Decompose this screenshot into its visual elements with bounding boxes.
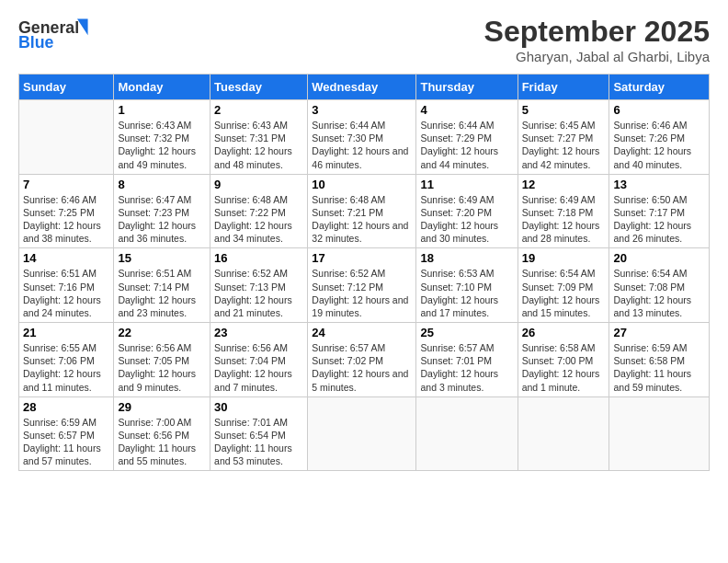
day-info: Sunrise: 6:59 AMSunset: 6:58 PMDaylight:…: [613, 341, 705, 394]
calendar-cell: 15Sunrise: 6:51 AMSunset: 7:14 PMDayligh…: [114, 248, 210, 323]
day-header-friday: Friday: [518, 75, 609, 100]
calendar-cell: [308, 396, 416, 471]
day-info: Sunrise: 6:54 AMSunset: 7:09 PMDaylight:…: [522, 267, 606, 319]
calendar-cell: 19Sunrise: 6:54 AMSunset: 7:09 PMDayligh…: [518, 248, 609, 323]
calendar-cell: 30Sunrise: 7:01 AMSunset: 6:54 PMDayligh…: [210, 396, 308, 471]
day-number: 26: [522, 326, 606, 339]
day-number: 18: [420, 251, 513, 265]
day-number: 22: [118, 326, 206, 339]
day-number: 17: [312, 251, 412, 265]
calendar-cell: 24Sunrise: 6:57 AMSunset: 7:02 PMDayligh…: [308, 323, 416, 397]
day-header-saturday: Saturday: [609, 75, 710, 100]
day-info: Sunrise: 6:44 AMSunset: 7:30 PMDaylight:…: [312, 119, 412, 171]
calendar-cell: 20Sunrise: 6:54 AMSunset: 7:08 PMDayligh…: [609, 248, 710, 323]
calendar-cell: 26Sunrise: 6:58 AMSunset: 7:00 PMDayligh…: [518, 323, 609, 397]
day-info: Sunrise: 6:57 AMSunset: 7:01 PMDaylight:…: [420, 341, 513, 394]
calendar-header-row: SundayMondayTuesdayWednesdayThursdayFrid…: [19, 75, 710, 100]
day-number: 21: [23, 326, 109, 339]
day-header-sunday: Sunday: [19, 75, 114, 100]
day-info: Sunrise: 6:56 AMSunset: 7:05 PMDaylight:…: [118, 341, 206, 394]
calendar-cell: 3Sunrise: 6:44 AMSunset: 7:30 PMDaylight…: [308, 100, 416, 175]
day-info: Sunrise: 6:46 AMSunset: 7:26 PMDaylight:…: [613, 119, 705, 171]
day-info: Sunrise: 6:48 AMSunset: 7:21 PMDaylight:…: [312, 193, 412, 246]
day-number: 2: [214, 103, 303, 117]
calendar-cell: [518, 396, 609, 471]
day-number: 15: [118, 251, 206, 265]
calendar-cell: 4Sunrise: 6:44 AMSunset: 7:29 PMDaylight…: [416, 100, 518, 175]
calendar-cell: 17Sunrise: 6:52 AMSunset: 7:12 PMDayligh…: [308, 248, 416, 323]
day-info: Sunrise: 6:49 AMSunset: 7:18 PMDaylight:…: [522, 193, 606, 246]
day-header-tuesday: Tuesday: [210, 75, 308, 100]
day-number: 1: [118, 103, 206, 117]
day-info: Sunrise: 6:52 AMSunset: 7:13 PMDaylight:…: [214, 267, 303, 319]
calendar-cell: 2Sunrise: 6:43 AMSunset: 7:31 PMDaylight…: [210, 100, 308, 175]
day-number: 7: [23, 178, 109, 191]
day-info: Sunrise: 6:47 AMSunset: 7:23 PMDaylight:…: [118, 193, 206, 246]
day-number: 30: [214, 400, 303, 414]
day-info: Sunrise: 7:00 AMSunset: 6:56 PMDaylight:…: [118, 416, 206, 468]
day-info: Sunrise: 6:54 AMSunset: 7:08 PMDaylight:…: [613, 267, 705, 319]
day-number: 6: [613, 103, 705, 117]
day-header-monday: Monday: [114, 75, 210, 100]
svg-text:Blue: Blue: [18, 33, 54, 52]
day-number: 20: [613, 251, 705, 265]
day-number: 5: [522, 103, 606, 117]
day-number: 11: [420, 178, 513, 191]
calendar-cell: 18Sunrise: 6:53 AMSunset: 7:10 PMDayligh…: [416, 248, 518, 323]
calendar-table: SundayMondayTuesdayWednesdayThursdayFrid…: [18, 74, 710, 471]
day-number: 29: [118, 400, 206, 414]
day-info: Sunrise: 6:44 AMSunset: 7:29 PMDaylight:…: [420, 119, 513, 171]
day-info: Sunrise: 6:50 AMSunset: 7:17 PMDaylight:…: [613, 193, 705, 246]
day-info: Sunrise: 6:43 AMSunset: 7:31 PMDaylight:…: [214, 119, 303, 171]
day-number: 10: [312, 178, 412, 191]
location-subtitle: Gharyan, Jabal al Gharbi, Libya: [484, 49, 710, 64]
day-number: 9: [214, 178, 303, 191]
day-header-wednesday: Wednesday: [308, 75, 416, 100]
calendar-week-5: 28Sunrise: 6:59 AMSunset: 6:57 PMDayligh…: [19, 396, 710, 471]
day-info: Sunrise: 6:57 AMSunset: 7:02 PMDaylight:…: [312, 341, 412, 394]
day-number: 3: [312, 103, 412, 117]
calendar-week-3: 14Sunrise: 6:51 AMSunset: 7:16 PMDayligh…: [19, 248, 710, 323]
calendar-cell: [416, 396, 518, 471]
day-info: Sunrise: 7:01 AMSunset: 6:54 PMDaylight:…: [214, 416, 303, 468]
calendar-cell: 21Sunrise: 6:55 AMSunset: 7:06 PMDayligh…: [19, 323, 114, 397]
day-number: 12: [522, 178, 606, 191]
calendar-cell: 25Sunrise: 6:57 AMSunset: 7:01 PMDayligh…: [416, 323, 518, 397]
day-info: Sunrise: 6:56 AMSunset: 7:04 PMDaylight:…: [214, 341, 303, 394]
day-number: 19: [522, 251, 606, 265]
calendar-week-1: 1Sunrise: 6:43 AMSunset: 7:32 PMDaylight…: [19, 100, 710, 175]
day-number: 25: [420, 326, 513, 339]
page-header: General Blue September 2025 Gharyan, Jab…: [18, 15, 710, 64]
calendar-cell: [19, 100, 114, 175]
day-number: 14: [23, 251, 109, 265]
calendar-cell: 10Sunrise: 6:48 AMSunset: 7:21 PMDayligh…: [308, 174, 416, 248]
day-info: Sunrise: 6:58 AMSunset: 7:00 PMDaylight:…: [522, 341, 606, 394]
calendar-cell: 9Sunrise: 6:48 AMSunset: 7:22 PMDaylight…: [210, 174, 308, 248]
day-info: Sunrise: 6:49 AMSunset: 7:20 PMDaylight:…: [420, 193, 513, 246]
day-info: Sunrise: 6:51 AMSunset: 7:16 PMDaylight:…: [23, 267, 109, 319]
day-info: Sunrise: 6:55 AMSunset: 7:06 PMDaylight:…: [23, 341, 109, 394]
day-number: 16: [214, 251, 303, 265]
day-number: 13: [613, 178, 705, 191]
day-number: 24: [312, 326, 412, 339]
day-number: 8: [118, 178, 206, 191]
calendar-cell: 29Sunrise: 7:00 AMSunset: 6:56 PMDayligh…: [114, 396, 210, 471]
day-info: Sunrise: 6:43 AMSunset: 7:32 PMDaylight:…: [118, 119, 206, 171]
calendar-cell: 27Sunrise: 6:59 AMSunset: 6:58 PMDayligh…: [609, 323, 710, 397]
day-header-thursday: Thursday: [416, 75, 518, 100]
calendar-cell: 1Sunrise: 6:43 AMSunset: 7:32 PMDaylight…: [114, 100, 210, 175]
calendar-cell: 16Sunrise: 6:52 AMSunset: 7:13 PMDayligh…: [210, 248, 308, 323]
month-title: September 2025: [484, 15, 710, 49]
title-block: September 2025 Gharyan, Jabal al Gharbi,…: [484, 15, 710, 64]
calendar-cell: 6Sunrise: 6:46 AMSunset: 7:26 PMDaylight…: [609, 100, 710, 175]
calendar-cell: 5Sunrise: 6:45 AMSunset: 7:27 PMDaylight…: [518, 100, 609, 175]
logo-image: General Blue: [18, 15, 92, 52]
day-info: Sunrise: 6:59 AMSunset: 6:57 PMDaylight:…: [23, 416, 109, 468]
day-info: Sunrise: 6:46 AMSunset: 7:25 PMDaylight:…: [23, 193, 109, 246]
calendar-cell: 12Sunrise: 6:49 AMSunset: 7:18 PMDayligh…: [518, 174, 609, 248]
logo: General Blue: [18, 15, 92, 52]
calendar-cell: 23Sunrise: 6:56 AMSunset: 7:04 PMDayligh…: [210, 323, 308, 397]
calendar-cell: 14Sunrise: 6:51 AMSunset: 7:16 PMDayligh…: [19, 248, 114, 323]
day-number: 27: [613, 326, 705, 339]
calendar-cell: 22Sunrise: 6:56 AMSunset: 7:05 PMDayligh…: [114, 323, 210, 397]
